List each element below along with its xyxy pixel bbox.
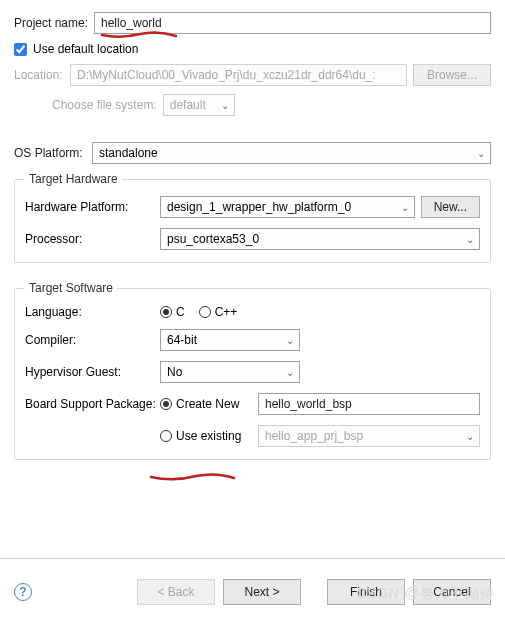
bsp-existing-value: hello_app_prj_bsp xyxy=(259,429,461,443)
bsp-label: Board Support Package: xyxy=(25,397,160,411)
project-name-input[interactable] xyxy=(94,12,491,34)
chevron-down-icon: ⌄ xyxy=(396,202,414,213)
chevron-down-icon: ⌄ xyxy=(281,335,299,346)
browse-button: Browse... xyxy=(413,64,491,86)
chevron-down-icon: ⌄ xyxy=(472,148,490,159)
hw-platform-value: design_1_wrapper_hw_platform_0 xyxy=(161,200,396,214)
location-input xyxy=(70,64,407,86)
dialog-footer: ? < Back Next > Finish Cancel xyxy=(0,569,505,623)
hw-platform-label: Hardware Platform: xyxy=(25,200,160,214)
language-c-label: C xyxy=(176,305,185,319)
filesystem-select: default ⌄ xyxy=(163,94,235,116)
chevron-down-icon: ⌄ xyxy=(216,100,234,111)
annotation-mark xyxy=(148,471,238,486)
finish-button[interactable]: Finish xyxy=(327,579,405,605)
language-c-radio[interactable] xyxy=(160,306,172,318)
bsp-name-input[interactable] xyxy=(258,393,480,415)
target-hardware-group: Target Hardware Hardware Platform: desig… xyxy=(14,172,491,263)
target-software-legend: Target Software xyxy=(25,281,117,295)
compiler-label: Compiler: xyxy=(25,333,160,347)
filesystem-value: default xyxy=(164,98,216,112)
os-platform-select[interactable]: standalone ⌄ xyxy=(92,142,491,164)
bsp-create-new-radio[interactable] xyxy=(160,398,172,410)
location-label: Location: xyxy=(14,68,70,82)
use-default-location-label: Use default location xyxy=(33,42,138,56)
language-cpp-label: C++ xyxy=(215,305,238,319)
language-cpp-radio[interactable] xyxy=(199,306,211,318)
back-button: < Back xyxy=(137,579,215,605)
chevron-down-icon: ⌄ xyxy=(461,431,479,442)
use-default-location-checkbox[interactable] xyxy=(14,43,27,56)
os-platform-label: OS Platform: xyxy=(14,146,92,160)
os-platform-value: standalone xyxy=(93,146,472,160)
compiler-select[interactable]: 64-bit ⌄ xyxy=(160,329,300,351)
help-icon[interactable]: ? xyxy=(14,583,32,601)
cancel-button[interactable]: Cancel xyxy=(413,579,491,605)
bsp-existing-select: hello_app_prj_bsp ⌄ xyxy=(258,425,480,447)
target-software-group: Target Software Language: C C++ Compiler… xyxy=(14,281,491,460)
hw-new-button[interactable]: New... xyxy=(421,196,480,218)
processor-label: Processor: xyxy=(25,232,160,246)
chevron-down-icon: ⌄ xyxy=(461,234,479,245)
processor-select[interactable]: psu_cortexa53_0 ⌄ xyxy=(160,228,480,250)
bsp-use-existing-radio[interactable] xyxy=(160,430,172,442)
hypervisor-label: Hypervisor Guest: xyxy=(25,365,160,379)
bsp-use-existing-label: Use existing xyxy=(176,429,258,443)
next-button[interactable]: Next > xyxy=(223,579,301,605)
hw-platform-select[interactable]: design_1_wrapper_hw_platform_0 ⌄ xyxy=(160,196,415,218)
project-name-label: Project name: xyxy=(14,16,94,30)
target-hardware-legend: Target Hardware xyxy=(25,172,122,186)
chevron-down-icon: ⌄ xyxy=(281,367,299,378)
processor-value: psu_cortexa53_0 xyxy=(161,232,461,246)
language-label: Language: xyxy=(25,305,160,319)
hypervisor-value: No xyxy=(161,365,281,379)
hypervisor-select[interactable]: No ⌄ xyxy=(160,361,300,383)
bsp-create-new-label: Create New xyxy=(176,397,258,411)
compiler-value: 64-bit xyxy=(161,333,281,347)
choose-filesystem-label: Choose file system: xyxy=(52,98,157,112)
